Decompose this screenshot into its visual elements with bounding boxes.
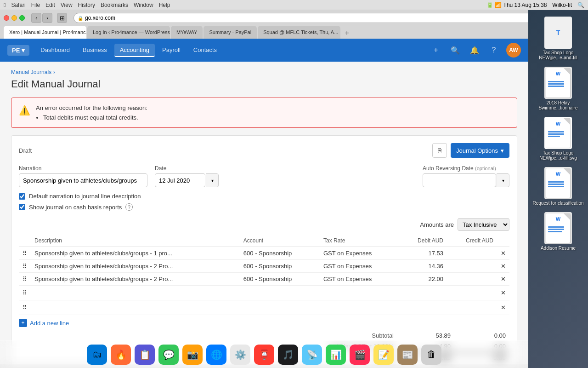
delete-row-0[interactable]: ✕ [497, 247, 509, 260]
history-menu[interactable]: History [78, 2, 95, 8]
notifications-button[interactable]: 🔔 [468, 43, 481, 57]
dock-icon-6[interactable]: ⚙️ [230, 345, 250, 365]
delete-empty-0[interactable]: ✕ [497, 286, 509, 300]
empty-account-0[interactable] [240, 286, 320, 300]
nav-contacts[interactable]: Contacts [188, 44, 222, 57]
drag-handle-0[interactable]: ⠿ [19, 247, 31, 260]
auto-reversing-input[interactable] [423, 173, 496, 187]
safari-menu[interactable]: Safari [11, 2, 25, 8]
nav-accounting[interactable]: Accounting [114, 44, 155, 57]
nav-dashboard[interactable]: Dashboard [35, 44, 75, 57]
dock-icon-3[interactable]: 💬 [158, 345, 179, 365]
dock-icon-11[interactable]: 🎬 [350, 345, 370, 365]
copy-button[interactable]: ⎘ [432, 143, 447, 158]
add-new-line-button[interactable]: + Add a new line [19, 319, 69, 327]
cash-basis-checkbox[interactable] [19, 204, 25, 210]
empty-tax-0[interactable] [320, 286, 400, 300]
description-cell-2[interactable]: Sponsorship given to athletes/clubs/grou… [31, 273, 240, 286]
close-button[interactable] [4, 15, 9, 21]
empty-credit-1[interactable] [447, 300, 497, 315]
dock-icon-1[interactable]: 🔥 [111, 345, 131, 365]
empty-desc-0[interactable] [31, 286, 240, 300]
credit-cell-1[interactable] [447, 260, 497, 273]
dock-icon-10[interactable]: 📊 [326, 345, 346, 365]
debit-cell-0[interactable]: 17.53 [400, 247, 447, 260]
tab-1[interactable]: Log In ‹ Pro4mance — WordPress [87, 26, 170, 39]
tab-3[interactable]: Summary - PayPal [204, 26, 257, 39]
narration-input[interactable] [19, 173, 147, 187]
empty-credit-0[interactable] [447, 286, 497, 300]
nav-business[interactable]: Business [77, 44, 113, 57]
dock-icon-14[interactable]: 🗑 [421, 345, 441, 365]
drag-handle-3[interactable]: ⠿ [19, 286, 31, 300]
add-button[interactable]: + [429, 43, 443, 57]
search-button[interactable]: 🔍 [448, 43, 462, 57]
auto-reversing-dropdown-button[interactable]: ▾ [497, 173, 509, 187]
dock-icon-12[interactable]: 📝 [373, 345, 394, 365]
file-menu[interactable]: File [31, 2, 40, 8]
back-button[interactable]: ‹ [31, 13, 41, 23]
edit-menu[interactable]: Edit [45, 2, 55, 8]
traffic-lights[interactable] [4, 15, 25, 21]
empty-account-1[interactable] [240, 300, 320, 315]
amounts-select[interactable]: Tax Exclusive Tax Inclusive No Tax [458, 218, 509, 231]
empty-desc-1[interactable] [31, 300, 240, 315]
delete-row-2[interactable]: ✕ [497, 273, 509, 286]
apple-menu[interactable]:  [4, 2, 6, 8]
tab-2[interactable]: MYeWAY [171, 26, 203, 39]
dock-icon-13[interactable]: 📰 [397, 345, 418, 365]
help-menu[interactable]: Help [159, 2, 170, 8]
sidebar-toggle[interactable]: ⊞ [57, 13, 67, 23]
narration-checkbox[interactable] [19, 193, 25, 200]
dock-finder-icon[interactable]: 🗂 [87, 345, 107, 365]
empty-debit-1[interactable] [400, 300, 447, 315]
drag-handle-2[interactable]: ⠿ [19, 273, 31, 286]
tax-rate-cell-2[interactable]: GST on Expenses [320, 273, 400, 286]
nav-payroll[interactable]: Payroll [157, 44, 186, 57]
desktop-icon-2[interactable]: W Tax Shop Logo NEWjpe...d-fill.svg [531, 115, 586, 162]
delete-row-1[interactable]: ✕ [497, 260, 509, 273]
date-dropdown-button[interactable]: ▾ [206, 173, 219, 187]
org-switcher[interactable]: PE ▾ [7, 45, 29, 56]
minimize-button[interactable] [11, 15, 17, 21]
debit-cell-2[interactable]: 22.00 [400, 273, 447, 286]
desktop-icon-0[interactable]: T Tax Shop Logo NEWjpe...e-and-fill [531, 15, 586, 62]
credit-cell-0[interactable] [447, 247, 497, 260]
url-text[interactable]: go.xero.com [85, 15, 115, 21]
drag-handle-1[interactable]: ⠿ [19, 260, 31, 273]
view-menu[interactable]: View [61, 2, 73, 8]
delete-empty-1[interactable]: ✕ [497, 300, 509, 315]
cash-basis-help-icon[interactable]: ? [125, 203, 133, 211]
help-button[interactable]: ? [487, 43, 501, 57]
desktop-icon-4[interactable]: W Addison Resume [531, 210, 586, 253]
tab-4[interactable]: Squad @ MFLC Tickets, Thu, A... [258, 26, 340, 39]
journal-options-button[interactable]: Journal Options ▾ [451, 143, 509, 158]
debit-cell-1[interactable]: 14.36 [400, 260, 447, 273]
dock-icon-7[interactable]: 📮 [254, 345, 274, 365]
maximize-button[interactable] [19, 15, 25, 21]
dock-icon-8[interactable]: 🎵 [278, 345, 298, 365]
account-cell-1[interactable]: 600 - Sponsorship [240, 260, 320, 273]
search-icon[interactable]: 🔍 [577, 2, 584, 8]
empty-debit-0[interactable] [400, 286, 447, 300]
empty-tax-1[interactable] [320, 300, 400, 315]
description-cell-0[interactable]: Sponsorship given to athletes/clubs/grou… [31, 247, 240, 260]
desktop-icon-1[interactable]: W 2018 Relay Swimme...tionnaire [531, 65, 586, 112]
bookmarks-menu[interactable]: Bookmarks [101, 2, 128, 8]
address-bar[interactable]: 🔒 go.xero.com [74, 13, 544, 23]
cash-basis-checkbox-label[interactable]: Show journal on cash basis reports [29, 204, 122, 211]
forward-button[interactable]: › [42, 13, 52, 23]
description-cell-1[interactable]: Sponsorship given to athletes/clubs/grou… [31, 260, 240, 273]
breadcrumb-parent-link[interactable]: Manual Journals [11, 69, 51, 75]
window-menu[interactable]: Window [134, 2, 153, 8]
drag-handle-4[interactable]: ⠿ [19, 300, 31, 315]
user-avatar[interactable]: AW [506, 43, 521, 58]
tab-0[interactable]: Xero | Manual Journal | Pro4manc... [4, 26, 86, 39]
dock-icon-4[interactable]: 📸 [182, 345, 203, 365]
narration-checkbox-label[interactable]: Default narration to journal line descri… [29, 193, 141, 200]
account-cell-2[interactable]: 600 - Sponsorship [240, 273, 320, 286]
tax-rate-cell-1[interactable]: GST on Expenses [320, 260, 400, 273]
dock-icon-9[interactable]: 📡 [302, 345, 322, 365]
credit-cell-2[interactable] [447, 273, 497, 286]
date-input[interactable] [155, 173, 205, 187]
